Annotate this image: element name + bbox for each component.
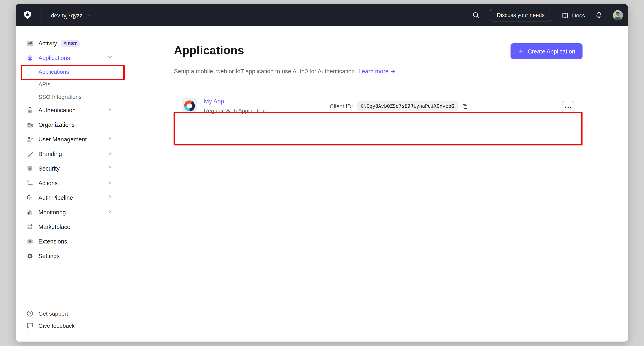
discuss-your-needs-button[interactable]: Discuss your needs <box>490 9 552 22</box>
page-title: Applications <box>174 42 244 59</box>
search-icon[interactable] <box>472 11 480 19</box>
sidebar-item-label: Marketplace <box>38 224 70 230</box>
sidebar-item-label: Extensions <box>38 238 67 245</box>
sidebar: Activity FIRST Applications Applicatio <box>16 26 123 341</box>
tenant-switcher[interactable]: dev-tyj7qyzz <box>51 12 91 19</box>
topbar-divider <box>40 10 40 20</box>
sidebar-subitem-applications[interactable]: Applications <box>16 65 122 78</box>
activity-chart-icon <box>26 40 34 47</box>
application-name-link[interactable]: My App <box>204 98 266 105</box>
subtitle-text: Setup a mobile, web or IoT application t… <box>174 68 356 75</box>
sidebar-item-label: Authentication <box>38 107 76 113</box>
plus-icon <box>518 48 524 54</box>
chevron-right-icon <box>107 180 113 187</box>
sidebar-item-actions[interactable]: Actions <box>16 176 122 191</box>
organization-building-icon <box>26 121 34 128</box>
application-type: Regular Web Application <box>204 107 266 114</box>
sidebar-item-label: Applications <box>38 55 70 61</box>
topbar: dev-tyj7qyzz Discuss your needs <box>16 4 628 26</box>
chevron-right-icon <box>107 150 113 158</box>
get-support-label: Get support <box>38 310 68 317</box>
first-badge: FIRST <box>61 40 80 47</box>
marketplace-grid-icon <box>26 223 34 231</box>
sidebar-subitem-sso-integrations[interactable]: SSO Integrations <box>16 90 122 103</box>
shield-check-icon <box>26 165 34 172</box>
pipeline-icon <box>26 194 34 201</box>
bar-chart-icon <box>26 209 34 216</box>
layers-icon <box>26 54 34 62</box>
sidebar-subitem-label: APIs <box>38 81 50 87</box>
sidebar-item-monitoring[interactable]: Monitoring <box>16 205 122 220</box>
tenant-name: dev-tyj7qyzz <box>51 12 82 19</box>
sidebar-subitem-apis[interactable]: APIs <box>16 78 122 90</box>
client-id-label: Client ID: <box>330 103 353 109</box>
sidebar-footer: ? Get support Give feedback <box>16 307 122 332</box>
chevron-right-icon <box>107 165 113 172</box>
learn-more-link[interactable]: Learn more <box>358 68 396 75</box>
get-support-link[interactable]: ? Get support <box>16 307 122 320</box>
gear-icon <box>26 252 34 260</box>
create-application-label: Create Application <box>528 48 575 55</box>
application-logo <box>182 98 197 113</box>
chevron-down-icon <box>107 54 113 62</box>
sidebar-item-settings[interactable]: Settings <box>16 249 122 263</box>
lock-icon <box>26 107 34 114</box>
app-window: dev-tyj7qyzz Discuss your needs <box>16 4 628 341</box>
application-logo-donut <box>184 100 195 111</box>
sidebar-item-label: Auth Pipeline <box>38 195 73 201</box>
chevron-right-icon <box>107 194 113 201</box>
chevron-down-icon <box>86 13 91 18</box>
speech-bubble-icon <box>26 322 34 329</box>
sidebar-item-organizations[interactable]: Organizations <box>16 117 122 132</box>
help-icon: ? <box>26 310 34 317</box>
copy-icon[interactable] <box>462 103 468 110</box>
bell-icon[interactable] <box>595 11 603 19</box>
sidebar-item-label: Monitoring <box>38 209 66 216</box>
sidebar-item-label: Branding <box>38 151 62 157</box>
sidebar-item-authentication[interactable]: Authentication <box>16 103 122 117</box>
sidebar-item-label: Security <box>38 165 60 172</box>
screen: dev-tyj7qyzz Discuss your needs <box>0 0 644 346</box>
application-row[interactable]: My App Regular Web Application Client ID… <box>174 89 582 123</box>
sidebar-item-auth-pipeline[interactable]: Auth Pipeline <box>16 191 122 205</box>
page-subtitle: Setup a mobile, web or IoT application t… <box>174 68 582 75</box>
auth0-logo-icon <box>23 10 32 20</box>
svg-text:?: ? <box>29 312 31 316</box>
sidebar-item-label: Actions <box>38 180 58 186</box>
user-gear-icon <box>26 136 34 143</box>
learn-more-label: Learn more <box>358 68 388 75</box>
client-id-group: Client ID: CtCqy3AvbQZSo7sE9RiynaPuiXOxv… <box>330 101 468 111</box>
sidebar-item-label: Organizations <box>38 121 75 128</box>
give-feedback-link[interactable]: Give feedback <box>16 320 122 332</box>
sidebar-item-applications[interactable]: Applications <box>16 51 122 65</box>
chevron-right-icon <box>107 136 113 143</box>
row-menu-button[interactable] <box>562 101 574 113</box>
sidebar-item-branding[interactable]: Branding <box>16 147 122 161</box>
sidebar-item-extensions[interactable]: Extensions <box>16 234 122 249</box>
flow-icon <box>26 180 34 187</box>
sidebar-item-activity[interactable]: Activity FIRST <box>16 36 122 51</box>
create-application-button[interactable]: Create Application <box>511 43 582 59</box>
chevron-right-icon <box>107 107 113 114</box>
main-area: Applications Create Application Setup a … <box>123 26 628 341</box>
sidebar-item-user-management[interactable]: User Management <box>16 132 122 147</box>
book-icon <box>562 12 569 19</box>
give-feedback-label: Give feedback <box>38 322 75 329</box>
chevron-right-icon <box>107 209 113 216</box>
docs-link[interactable]: Docs <box>562 12 585 19</box>
sidebar-item-label: User Management <box>38 136 87 143</box>
sidebar-subitem-label: Applications <box>38 68 69 75</box>
sidebar-item-label: Activity <box>38 40 57 47</box>
paintbrush-icon <box>26 150 34 158</box>
arrow-right-icon <box>390 68 396 74</box>
user-avatar[interactable] <box>613 10 623 20</box>
sidebar-item-security[interactable]: Security <box>16 161 122 176</box>
sidebar-subitem-label: SSO Integrations <box>38 93 82 100</box>
chip-icon <box>26 238 34 245</box>
sidebar-item-label: Settings <box>38 253 60 259</box>
sidebar-item-marketplace[interactable]: Marketplace <box>16 220 122 234</box>
docs-label: Docs <box>572 12 585 19</box>
client-id-value: CtCqy3AvbQZSo7sE9RiynaPuiXOxvebG <box>357 101 458 111</box>
